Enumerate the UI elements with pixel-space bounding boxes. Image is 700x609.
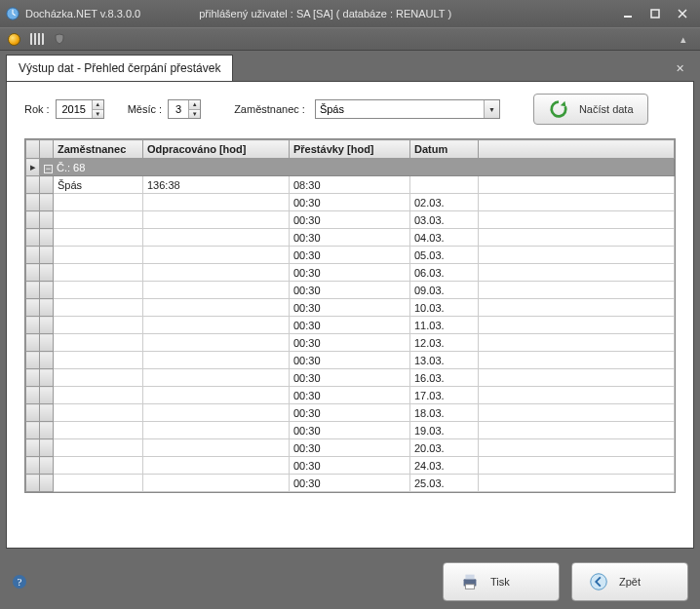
cell-date: 18.03.: [410, 404, 479, 422]
cell-date: 19.03.: [410, 422, 479, 439]
cell-employee: [54, 404, 143, 422]
cell-employee: [54, 299, 143, 317]
cell-empty: [479, 334, 675, 352]
table-row[interactable]: 00:3020.03.: [26, 439, 675, 457]
row-indicator: [26, 229, 40, 247]
table-row[interactable]: 00:3004.03.: [26, 229, 675, 247]
row-selector: [40, 299, 54, 317]
cell-employee: [54, 264, 143, 282]
cell-date: 12.03.: [410, 334, 479, 352]
cell-worked: [143, 439, 290, 457]
month-down-icon[interactable]: ▼: [189, 110, 200, 119]
table-row[interactable]: 00:3005.03.: [26, 247, 675, 264]
month-input[interactable]: [169, 100, 188, 118]
row-selector: [40, 211, 54, 229]
close-button[interactable]: [671, 5, 694, 22]
year-input[interactable]: [57, 100, 92, 118]
table-row[interactable]: 00:3011.03.: [26, 317, 675, 334]
maximize-button[interactable]: [643, 5, 667, 22]
grid-indicator-header: [40, 140, 54, 159]
cell-date: 02.03.: [410, 194, 479, 211]
row-indicator: [26, 439, 40, 457]
row-selector: [40, 176, 54, 194]
row-selector: [40, 439, 54, 457]
cell-employee: [54, 282, 143, 299]
month-up-icon[interactable]: ▲: [189, 100, 200, 110]
cell-employee: [54, 194, 143, 211]
row-indicator: [26, 387, 40, 404]
svg-rect-7: [465, 585, 474, 590]
cell-worked: [143, 282, 290, 299]
table-row[interactable]: 00:3002.03.: [26, 194, 675, 211]
row-selector: [40, 282, 54, 299]
cell-employee: [54, 475, 143, 492]
table-row[interactable]: 00:3019.03.: [26, 422, 675, 439]
col-header-date[interactable]: Datum: [410, 140, 479, 159]
collapse-ribbon-icon[interactable]: ▴: [675, 33, 692, 46]
table-row[interactable]: 00:3010.03.: [26, 299, 675, 317]
table-row[interactable]: 00:3024.03.: [26, 457, 675, 475]
cell-employee: [54, 457, 143, 475]
table-row[interactable]: 00:3025.03.: [26, 475, 675, 492]
cell-date: 11.03.: [410, 317, 479, 334]
table-row[interactable]: Špás136:3808:30: [26, 176, 675, 194]
cell-worked: [143, 369, 290, 387]
year-spinner[interactable]: ▲ ▼: [56, 99, 104, 119]
footer-bar: ? Tisk Zpět: [0, 554, 700, 609]
shield-icon[interactable]: [54, 33, 65, 45]
table-row[interactable]: 00:3016.03.: [26, 369, 675, 387]
employee-dropdown-icon[interactable]: ▼: [484, 100, 499, 118]
table-row[interactable]: 00:3017.03.: [26, 387, 675, 404]
cell-worked: [143, 334, 290, 352]
month-spinner[interactable]: ▲ ▼: [168, 99, 201, 119]
table-row[interactable]: 00:3013.03.: [26, 352, 675, 369]
tab-close-button[interactable]: ✕: [671, 59, 688, 77]
minimize-button[interactable]: [616, 5, 640, 22]
employee-combo[interactable]: ▼: [315, 99, 500, 119]
cell-empty: [479, 211, 675, 229]
row-selector: [40, 352, 54, 369]
cell-breaks: 00:30: [290, 439, 410, 457]
employee-input[interactable]: [316, 100, 484, 118]
table-row[interactable]: 00:3012.03.: [26, 334, 675, 352]
cell-empty: [479, 264, 675, 282]
data-grid[interactable]: Zaměstnanec Odpracováno [hod] Přestávky …: [24, 138, 676, 493]
cell-empty: [479, 229, 675, 247]
cell-breaks: 00:30: [290, 369, 410, 387]
employee-label: Zaměstnanec :: [234, 103, 305, 115]
cell-empty: [479, 369, 675, 387]
cell-worked: [143, 299, 290, 317]
cell-worked: 136:38: [143, 176, 290, 194]
cell-worked: [143, 387, 290, 404]
cell-breaks: 00:30: [290, 352, 410, 369]
col-header-employee[interactable]: Zaměstnanec: [54, 140, 143, 159]
cell-date: 17.03.: [410, 387, 479, 404]
row-selector: [40, 404, 54, 422]
cell-employee: [54, 422, 143, 439]
group-collapse-icon[interactable]: −: [44, 165, 53, 173]
row-selector: [40, 475, 54, 492]
col-header-worked[interactable]: Odpracováno [hod]: [143, 140, 290, 159]
cell-empty: [479, 422, 675, 439]
record-icon[interactable]: [8, 33, 20, 46]
year-up-icon[interactable]: ▲: [93, 100, 103, 110]
tab-output[interactable]: Výstup dat - Přehled čerpání přestávek: [6, 55, 233, 81]
table-row[interactable]: 00:3018.03.: [26, 404, 675, 422]
load-data-button[interactable]: Načíst data: [533, 94, 648, 125]
group-row[interactable]: ▸ −Č.: 68: [26, 159, 675, 176]
cell-empty: [479, 282, 675, 299]
barcode-icon[interactable]: [30, 33, 44, 45]
back-button[interactable]: Zpět: [571, 562, 688, 601]
cell-date: 06.03.: [410, 264, 479, 282]
group-label: Č.: 68: [57, 162, 85, 173]
help-icon[interactable]: ?: [12, 574, 27, 590]
table-row[interactable]: 00:3006.03.: [26, 264, 675, 282]
refresh-icon: [548, 98, 569, 120]
year-down-icon[interactable]: ▼: [93, 110, 103, 119]
table-row[interactable]: 00:3003.03.: [26, 211, 675, 229]
table-row[interactable]: 00:3009.03.: [26, 282, 675, 299]
filter-bar: Rok : ▲ ▼ Měsíc : ▲ ▼: [24, 94, 676, 125]
col-header-breaks[interactable]: Přestávky [hod]: [290, 140, 410, 159]
cell-breaks: 00:30: [290, 229, 410, 247]
print-button[interactable]: Tisk: [443, 562, 560, 601]
